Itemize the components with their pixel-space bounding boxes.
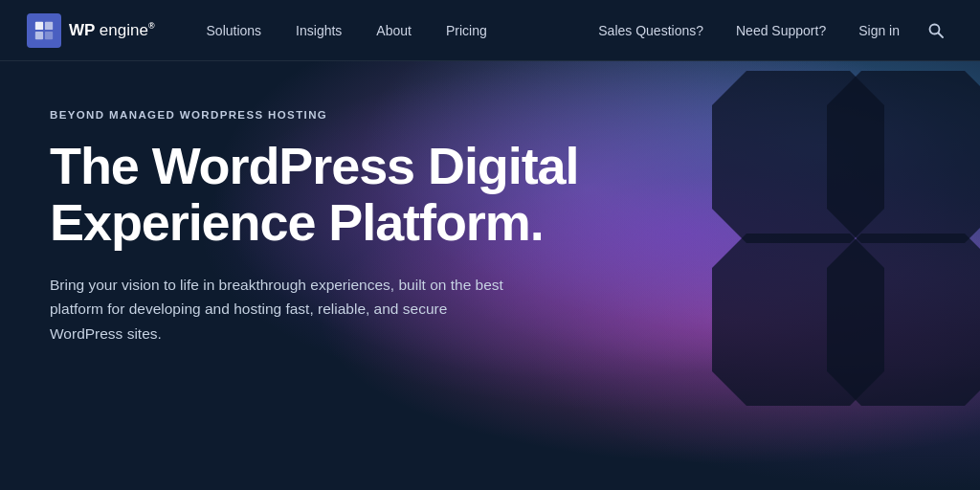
logo-icon [27,13,61,48]
svg-rect-3 [45,31,53,38]
navbar: WP engine® Solutions Insights About Pric… [0,0,980,61]
hero-title-line2: Experience Platform. [50,193,544,251]
svg-line-5 [939,33,944,37]
nav-signin[interactable]: Sign in [845,0,913,61]
nav-sales[interactable]: Sales Questions? [585,0,717,61]
logo-wordmark: WP engine® [69,22,155,38]
nav-links: Solutions Insights About Pricing [189,0,586,61]
hero-content: BEYOND MANAGED WORDPRESS HOSTING The Wor… [50,109,578,345]
nav-solutions[interactable]: Solutions [189,0,279,61]
svg-rect-0 [35,21,43,29]
geo-shape-top-right [827,71,980,243]
hero-eyebrow: BEYOND MANAGED WORDPRESS HOSTING [50,109,578,121]
geo-overlay [578,61,980,490]
svg-rect-1 [45,21,53,29]
hero-description: Bring your vision to life in breakthroug… [50,273,509,346]
hero-section: BEYOND MANAGED WORDPRESS HOSTING The Wor… [0,61,980,490]
hero-title: The WordPress Digital Experience Platfor… [50,138,578,252]
logo[interactable]: WP engine® [27,13,155,48]
svg-rect-2 [35,31,43,38]
search-icon[interactable] [919,13,953,48]
nav-insights[interactable]: Insights [278,0,359,61]
nav-pricing[interactable]: Pricing [429,0,504,61]
nav-support[interactable]: Need Support? [723,0,839,61]
nav-about[interactable]: About [359,0,429,61]
nav-right: Sales Questions? Need Support? Sign in [585,0,953,61]
geo-shape-bottom-right [827,234,980,406]
hero-title-line1: The WordPress Digital [50,137,578,194]
